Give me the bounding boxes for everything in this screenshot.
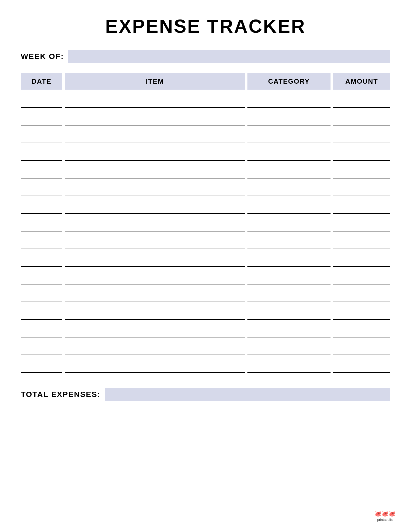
row-item-cell[interactable] (65, 276, 245, 284)
row-date-cell[interactable] (21, 205, 62, 214)
row-amount-cell[interactable] (333, 170, 390, 178)
row-amount-cell[interactable] (333, 135, 390, 143)
row-category-cell[interactable] (247, 117, 331, 125)
row-date-cell[interactable] (21, 311, 62, 320)
table-row (21, 181, 390, 198)
row-category-cell[interactable] (247, 329, 331, 337)
watermark: 🐙🐙🐙 printabulls (374, 510, 395, 522)
row-category-cell[interactable] (247, 294, 331, 302)
row-amount-cell[interactable] (333, 241, 390, 249)
row-category-cell[interactable] (247, 258, 331, 267)
row-item-cell[interactable] (65, 311, 245, 320)
row-category-cell[interactable] (247, 241, 331, 249)
table-row (21, 322, 390, 340)
table-row (21, 340, 390, 357)
total-row: TOTAL EXPENSES: (21, 388, 390, 401)
row-date-cell[interactable] (21, 364, 62, 373)
row-item-cell[interactable] (65, 99, 245, 108)
row-category-cell[interactable] (247, 170, 331, 178)
header-item: ITEM (65, 73, 245, 90)
table-row (21, 145, 390, 163)
row-amount-cell[interactable] (333, 258, 390, 267)
row-date-cell[interactable] (21, 329, 62, 337)
header-amount: AMOUNT (333, 73, 390, 90)
table-row (21, 287, 390, 304)
row-item-cell[interactable] (65, 170, 245, 178)
row-date-cell[interactable] (21, 188, 62, 196)
row-date-cell[interactable] (21, 258, 62, 267)
table-row (21, 128, 390, 145)
table-row (21, 357, 390, 375)
row-category-cell[interactable] (247, 364, 331, 373)
row-item-cell[interactable] (65, 329, 245, 337)
header-date: DATE (21, 73, 62, 90)
table-row (21, 198, 390, 216)
row-amount-cell[interactable] (333, 99, 390, 108)
table-row (21, 251, 390, 269)
week-of-input[interactable] (68, 50, 390, 63)
table-header: DATE ITEM CATEGORY AMOUNT (21, 73, 390, 90)
table-row (21, 92, 390, 110)
row-category-cell[interactable] (247, 276, 331, 284)
row-amount-cell[interactable] (333, 205, 390, 214)
row-amount-cell[interactable] (333, 364, 390, 373)
row-category-cell[interactable] (247, 223, 331, 231)
row-amount-cell[interactable] (333, 347, 390, 355)
row-amount-cell[interactable] (333, 329, 390, 337)
table-row (21, 216, 390, 234)
row-item-cell[interactable] (65, 205, 245, 214)
table-row (21, 304, 390, 322)
row-category-cell[interactable] (247, 152, 331, 161)
row-item-cell[interactable] (65, 117, 245, 125)
row-item-cell[interactable] (65, 152, 245, 161)
row-item-cell[interactable] (65, 258, 245, 267)
row-amount-cell[interactable] (333, 188, 390, 196)
page-title: EXPENSE TRACKER (21, 16, 390, 37)
total-input[interactable] (105, 388, 390, 401)
header-category: CATEGORY (247, 73, 331, 90)
table-row (21, 110, 390, 128)
row-category-cell[interactable] (247, 205, 331, 214)
total-label: TOTAL EXPENSES: (21, 390, 100, 399)
row-date-cell[interactable] (21, 99, 62, 108)
row-item-cell[interactable] (65, 188, 245, 196)
row-date-cell[interactable] (21, 347, 62, 355)
table-row (21, 269, 390, 287)
row-amount-cell[interactable] (333, 276, 390, 284)
row-item-cell[interactable] (65, 347, 245, 355)
row-date-cell[interactable] (21, 294, 62, 302)
table-row (21, 234, 390, 251)
row-date-cell[interactable] (21, 135, 62, 143)
row-category-cell[interactable] (247, 347, 331, 355)
row-date-cell[interactable] (21, 117, 62, 125)
row-category-cell[interactable] (247, 311, 331, 320)
row-item-cell[interactable] (65, 135, 245, 143)
week-of-row: WEEK OF: (21, 50, 390, 63)
page: EXPENSE TRACKER WEEK OF: DATE ITEM CATEG… (0, 0, 411, 532)
row-amount-cell[interactable] (333, 117, 390, 125)
watermark-icon: 🐙🐙🐙 (374, 510, 395, 517)
row-amount-cell[interactable] (333, 311, 390, 320)
row-item-cell[interactable] (65, 364, 245, 373)
row-category-cell[interactable] (247, 99, 331, 108)
row-date-cell[interactable] (21, 276, 62, 284)
week-of-label: WEEK OF: (21, 52, 64, 61)
row-date-cell[interactable] (21, 152, 62, 161)
row-item-cell[interactable] (65, 294, 245, 302)
row-item-cell[interactable] (65, 223, 245, 231)
expense-table: DATE ITEM CATEGORY AMOUNT (21, 73, 390, 375)
row-date-cell[interactable] (21, 241, 62, 249)
watermark-text: printabulls (377, 518, 393, 522)
table-row (21, 163, 390, 181)
row-category-cell[interactable] (247, 188, 331, 196)
row-item-cell[interactable] (65, 241, 245, 249)
row-category-cell[interactable] (247, 135, 331, 143)
table-rows (21, 92, 390, 375)
row-date-cell[interactable] (21, 170, 62, 178)
row-date-cell[interactable] (21, 223, 62, 231)
row-amount-cell[interactable] (333, 152, 390, 161)
row-amount-cell[interactable] (333, 294, 390, 302)
row-amount-cell[interactable] (333, 223, 390, 231)
